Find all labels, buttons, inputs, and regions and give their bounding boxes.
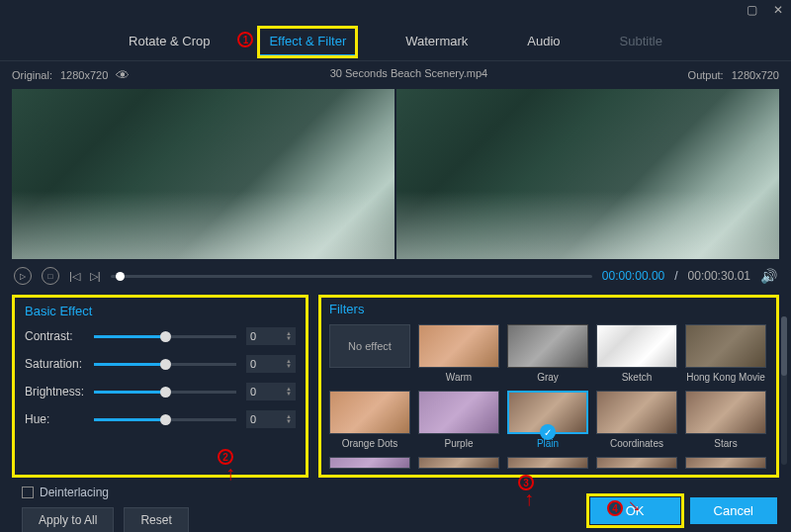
filter-hongkong[interactable]: Hong Kong Movie [685,324,766,383]
volume-icon[interactable]: 🔊 [760,268,777,284]
filter-stars[interactable]: Stars [685,391,766,449]
stop-button[interactable]: □ [42,267,59,285]
effect-controls: Deinterlacing Apply to All Reset [0,478,297,532]
total-time: 00:00:30.01 [688,269,750,283]
saturation-slider[interactable] [94,363,236,366]
hue-value[interactable]: 0▲▼ [246,410,296,428]
original-preview [12,89,395,259]
brightness-label: Brightness: [25,385,94,399]
output-resolution: 1280x720 [732,69,779,81]
brightness-row: Brightness: 0▲▼ [25,382,296,401]
current-time: 00:00:00.00 [602,269,664,283]
filter-gray[interactable]: Gray [507,324,588,383]
hue-slider[interactable] [94,418,236,421]
contrast-row: Contrast: 0▲▼ [25,326,296,346]
deinterlacing-label: Deinterlacing [40,486,109,499]
check-icon: ✓ [540,424,556,440]
filter-plain[interactable]: ✓Plain [507,391,588,449]
saturation-value[interactable]: 0▲▼ [246,355,296,373]
tab-watermark[interactable]: Watermark [396,28,478,56]
filter-orangedots[interactable]: Orange Dots [329,391,410,449]
filters-scrollbar[interactable] [781,316,787,465]
filter-more-5[interactable] [685,457,766,469]
filters-panel: Filters No effect Warm Gray Sketch Hong … [318,295,779,478]
saturation-label: Saturation: [25,357,94,371]
preview-area [0,89,791,259]
preview-info-bar: Original: 1280x720 👁 30 Seconds Beach Sc… [0,61,791,89]
contrast-label: Contrast: [25,329,94,343]
progress-bar[interactable] [111,275,592,278]
titlebar: ▢ ✕ [0,0,791,20]
filter-coordinates[interactable]: Coordinates [596,391,677,449]
deinterlacing-row[interactable]: Deinterlacing [22,486,275,499]
original-resolution: 1280x720 [60,69,108,81]
basic-effect-title: Basic Effect [25,304,296,318]
deinterlacing-checkbox[interactable] [22,487,34,498]
progress-knob[interactable] [116,272,125,281]
tab-audio[interactable]: Audio [517,28,570,56]
next-frame-button[interactable]: ▷| [90,270,101,283]
cancel-button[interactable]: Cancel [690,497,777,524]
arrow-icon: ↑ [225,462,235,485]
scrollbar-thumb[interactable] [781,316,787,376]
playback-bar: ▷ □ |◁ ▷| 00:00:00.00/00:00:30.01 🔊 [0,259,791,293]
filters-title: Filters [329,302,768,316]
filter-sketch[interactable]: Sketch [596,324,677,383]
time-sep: / [674,269,677,283]
basic-effect-panel: Basic Effect Contrast: 0▲▼ Saturation: 0… [12,295,308,478]
filter-more-2[interactable] [418,457,499,469]
filter-more-4[interactable] [596,457,677,469]
brightness-slider[interactable] [94,391,236,394]
filter-more-1[interactable] [329,457,410,469]
contrast-slider[interactable] [94,335,236,338]
tab-rotate-crop[interactable]: Rotate & Crop [119,28,220,56]
output-preview [396,89,779,259]
tab-bar: Rotate & Crop 1 Effect & Filter Watermar… [0,20,791,61]
annotation-1: 1 [237,32,253,47]
hue-row: Hue: 0▲▼ [25,409,296,429]
hue-label: Hue: [25,412,94,426]
apply-to-all-button[interactable]: Apply to All [22,507,114,532]
filename: 30 Seconds Beach Scenery.mp4 [330,67,487,83]
filter-warm[interactable]: Warm [418,324,499,383]
filter-purple[interactable]: Purple [418,391,499,449]
output-label: Output: [688,69,724,81]
contrast-value[interactable]: 0▲▼ [246,327,296,345]
prev-frame-button[interactable]: |◁ [69,270,80,283]
filter-noeffect[interactable]: No effect [329,324,410,383]
maximize-icon[interactable]: ▢ [747,3,757,17]
close-icon[interactable]: ✕ [773,3,783,17]
saturation-row: Saturation: 0▲▼ [25,354,296,374]
tab-effect-filter[interactable]: Effect & Filter [259,28,356,56]
original-label: Original: [12,69,52,81]
tab-subtitle[interactable]: Subtitle [610,28,672,56]
brightness-value[interactable]: 0▲▼ [246,383,296,400]
eye-icon[interactable]: 👁 [116,67,130,83]
filter-more-3[interactable] [507,457,588,469]
play-button[interactable]: ▷ [14,267,32,285]
reset-button[interactable]: Reset [124,507,188,532]
arrow-icon: ↑ [524,488,534,510]
